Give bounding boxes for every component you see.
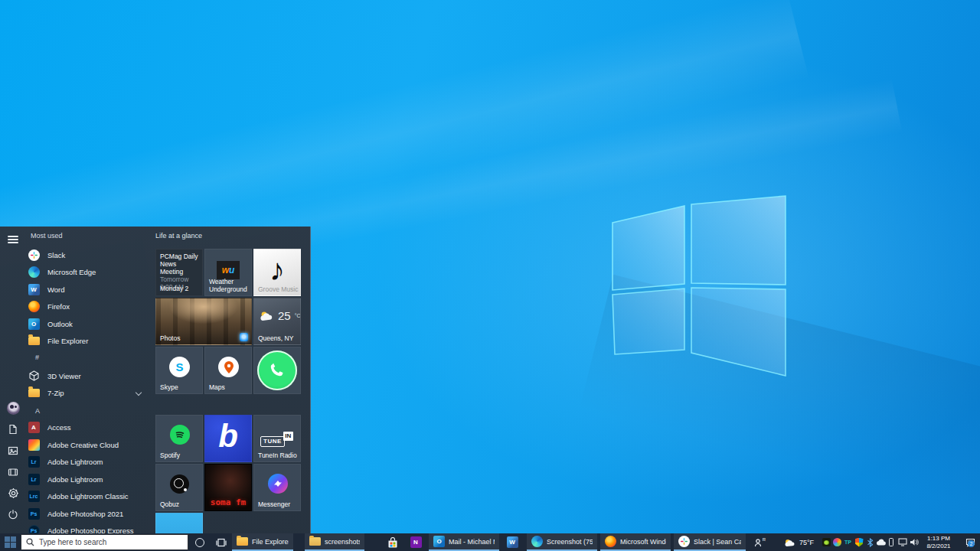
tile-partial[interactable] xyxy=(155,513,203,533)
tile-weather[interactable]: 25 °C Queens, NY xyxy=(253,298,301,345)
start-app-slack[interactable]: Slack xyxy=(28,246,149,263)
folder-icon xyxy=(28,334,40,347)
nvidia-icon xyxy=(822,538,831,546)
tile-tunein-radio[interactable]: TUNEIN TuneIn Radio xyxy=(253,415,301,462)
lightroom-icon: Lr xyxy=(28,473,40,485)
start-app-adobe-lightroom-2[interactable]: Lr Adobe Lightroom xyxy=(28,471,149,487)
somafm-logo: soma fm xyxy=(205,497,251,507)
taskbar-slack[interactable]: Slack | Sean Carrol... xyxy=(674,533,746,551)
cortana-button[interactable] xyxy=(191,533,209,551)
tile-calendar[interactable]: PCMag Daily News Meeting Tomorrow 9:00 A… xyxy=(155,249,203,296)
taskbar-mail-outlook[interactable]: O Mail - Michael Mu... xyxy=(429,533,499,551)
user-avatar xyxy=(7,402,20,415)
app-label: Adobe Photoshop Express xyxy=(47,527,134,534)
tile-label: Groove Music xyxy=(258,286,298,294)
tile-skype[interactable]: S Skype xyxy=(155,347,203,394)
tray-nvidia[interactable] xyxy=(821,533,831,551)
monitor-icon xyxy=(898,538,907,546)
taskbar-microsoft-store[interactable] xyxy=(383,533,403,551)
pictures-button[interactable] xyxy=(5,443,21,458)
tray-phone[interactable] xyxy=(886,533,897,551)
slack-icon xyxy=(678,536,690,547)
weather-underground-icon: wu xyxy=(217,261,240,279)
action-center-button[interactable]: 2 xyxy=(960,533,980,551)
tile-somafm[interactable]: soma fm xyxy=(204,464,252,511)
notification-badge: 2 xyxy=(968,540,975,547)
task-view-button[interactable] xyxy=(212,533,230,551)
start-app-access[interactable]: A Access xyxy=(28,419,149,435)
tray-bluetooth[interactable] xyxy=(864,533,875,551)
tray-windows-security[interactable] xyxy=(854,533,864,551)
tile-spotify[interactable]: Spotify xyxy=(155,415,203,462)
start-button[interactable] xyxy=(0,533,21,551)
app-label: Microsoft Edge xyxy=(47,268,96,276)
skype-icon: S xyxy=(169,357,190,377)
app-label: Firefox xyxy=(47,302,70,311)
edge-icon xyxy=(531,536,543,547)
start-app-file-explorer[interactable]: File Explorer xyxy=(28,332,149,349)
chevron-down-icon xyxy=(136,390,142,396)
start-app-adobe-photoshop-2021[interactable]: Ps Adobe Photoshop 2021 xyxy=(28,505,149,522)
videos-button[interactable] xyxy=(5,465,21,480)
taskbar-file-explorer[interactable]: File Explorer xyxy=(232,533,293,551)
taskbar-screenshots-folder[interactable]: screenshots xyxy=(305,533,364,551)
temperature-unit: °C xyxy=(295,313,301,318)
documents-button[interactable] xyxy=(5,422,21,437)
people-button[interactable]: R xyxy=(750,533,770,551)
tray-display[interactable] xyxy=(897,533,908,551)
music-note-icon: ♪ xyxy=(270,254,285,285)
gear-icon xyxy=(8,487,19,499)
start-app-adobe-creative-cloud[interactable]: Adobe Creative Cloud xyxy=(28,436,149,453)
tray-pinwheel[interactable] xyxy=(831,533,842,551)
tile-bandcamp[interactable]: b xyxy=(204,415,252,462)
tile-group-header[interactable]: Life at a glance xyxy=(155,232,202,240)
word-icon: W xyxy=(28,283,40,295)
taskbar-firefox[interactable]: Microsoft Window... xyxy=(600,533,671,551)
start-app-adobe-photoshop-express[interactable]: Ps Adobe Photoshop Express xyxy=(28,522,149,533)
app-label: Outlook xyxy=(47,320,73,328)
power-button[interactable] xyxy=(5,507,21,522)
tile-whatsapp[interactable] xyxy=(253,347,301,394)
photoshop-express-icon: Ps xyxy=(28,524,40,533)
tile-qobuz[interactable]: Qobuz xyxy=(155,464,203,511)
start-app-firefox[interactable]: Firefox xyxy=(28,298,149,315)
temperature-value: 25 xyxy=(278,309,291,322)
tile-label: TuneIn Radio xyxy=(258,452,297,460)
tray-onedrive[interactable] xyxy=(875,533,886,551)
user-account-button[interactable] xyxy=(5,400,21,416)
onenote-icon: N xyxy=(410,536,422,548)
start-app-microsoft-edge[interactable]: Microsoft Edge xyxy=(28,263,149,280)
taskbar-search[interactable]: Type here to search xyxy=(21,534,188,550)
start-app-7zip[interactable]: 7-Zip xyxy=(28,384,149,401)
tray-tp[interactable]: TP xyxy=(842,533,854,551)
start-app-word[interactable]: W Word xyxy=(28,281,149,298)
taskbar-edge[interactable]: Screenshot (75).pn... xyxy=(527,533,597,551)
taskbar-clock[interactable]: 1:13 PM 8/2/2021 xyxy=(918,535,959,549)
tile-maps[interactable]: Maps xyxy=(204,347,252,394)
tile-groove-music[interactable]: ♪ Groove Music xyxy=(253,249,301,296)
firefox-icon xyxy=(605,536,616,547)
cloud-icon xyxy=(876,539,886,546)
start-app-outlook[interactable]: O Outlook xyxy=(28,315,149,332)
most-used-header: Most used xyxy=(31,232,63,240)
tile-weather-underground[interactable]: wu Weather Underground xyxy=(204,249,252,296)
taskbar-word[interactable]: W xyxy=(502,533,522,551)
app-label: 3D Viewer xyxy=(47,372,81,380)
start-app-adobe-lightroom-classic[interactable]: Lrc Adobe Lightroom Classic xyxy=(28,487,149,504)
start-app-adobe-lightroom[interactable]: Lr Adobe Lightroom xyxy=(28,453,149,470)
taskbar-onenote[interactable]: N xyxy=(406,533,426,551)
word-icon: W xyxy=(507,536,518,548)
tile-label: Spotify xyxy=(160,452,180,460)
start-app-3d-viewer[interactable]: 3D Viewer xyxy=(28,367,149,384)
clock-date: 8/2/2021 xyxy=(918,543,959,550)
tile-label: Queens, NY xyxy=(258,335,293,343)
weather-widget[interactable]: 75°F xyxy=(776,533,821,551)
section-header-a[interactable]: A xyxy=(35,407,40,415)
tile-messenger[interactable]: Messenger xyxy=(253,464,301,511)
section-header-hash[interactable]: # xyxy=(35,354,39,361)
start-expand-button[interactable] xyxy=(5,232,21,247)
settings-button[interactable] xyxy=(5,485,21,500)
tile-photos[interactable]: Photos xyxy=(155,298,252,345)
tunein-icon: TUNEIN xyxy=(260,432,295,447)
app-label: File Explorer xyxy=(47,337,88,345)
